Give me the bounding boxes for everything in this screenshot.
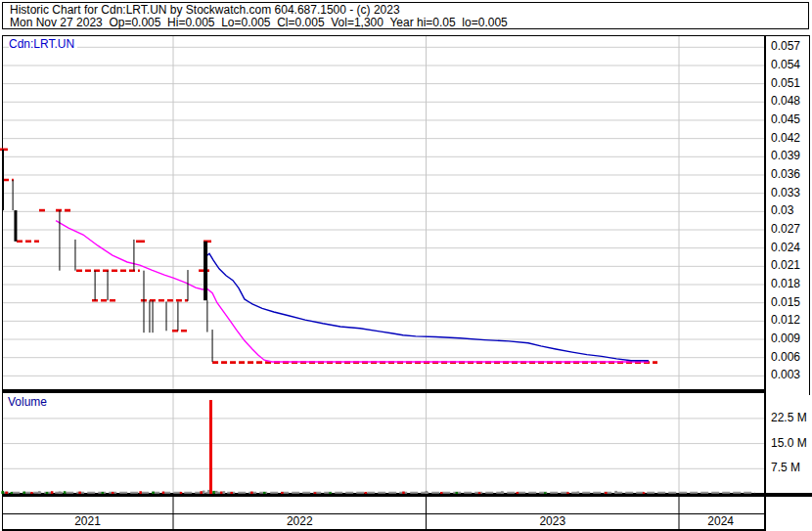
price-tick-label: 0.003 [771,369,800,381]
volume-bottom-border [2,493,812,497]
axis-row-divider [2,513,766,514]
panel-divider [2,389,766,393]
year-label: 2021 [49,515,127,528]
price-tick-label: 0.015 [771,296,800,309]
symbol-label: Cdn:LRT.UN [9,38,77,51]
year-label: 2022 [260,515,338,528]
year-label: 2023 [514,515,592,528]
quote-summary-line: Mon Nov 27 2023 Op=0.005 Hi=0.005 Lo=0.0… [10,17,808,29]
volume-tick-label: 15.0 M [771,437,807,450]
price-tick-label: 0.045 [771,113,800,126]
chart-frame [2,35,766,531]
price-tick-label: 0.018 [771,278,800,290]
stockwatch-historic-chart-window: Historic Chart for Cdn:LRT.UN by Stockwa… [0,0,812,531]
volume-panel-title: Volume [8,396,50,409]
price-tick-label: 0.009 [771,332,800,345]
year-label: 2024 [682,515,760,528]
price-tick-label: 0.033 [771,187,800,199]
price-tick-label: 0.012 [771,314,800,327]
price-tick-label: 0.006 [771,351,800,364]
price-tick-label: 0.042 [771,132,800,145]
volume-tick-label: 22.5 M [771,412,807,424]
price-tick-label: 0.051 [771,77,800,90]
price-tick-label: 0.048 [771,95,800,108]
price-tick-label: 0.054 [771,59,800,71]
price-tick-label: 0.036 [771,168,800,181]
price-tick-label: 0.039 [771,150,800,162]
price-tick-label: 0.024 [771,242,800,254]
price-tick-label: 0.057 [771,40,800,53]
price-tick-label: 0.027 [771,223,800,236]
price-tick-label: 0.03 [771,204,793,217]
price-tick-label: 0.021 [771,259,800,272]
volume-tick-label: 7.5 M [771,462,800,474]
chart-header: Historic Chart for Cdn:LRT.UN by Stockwa… [2,2,809,29]
